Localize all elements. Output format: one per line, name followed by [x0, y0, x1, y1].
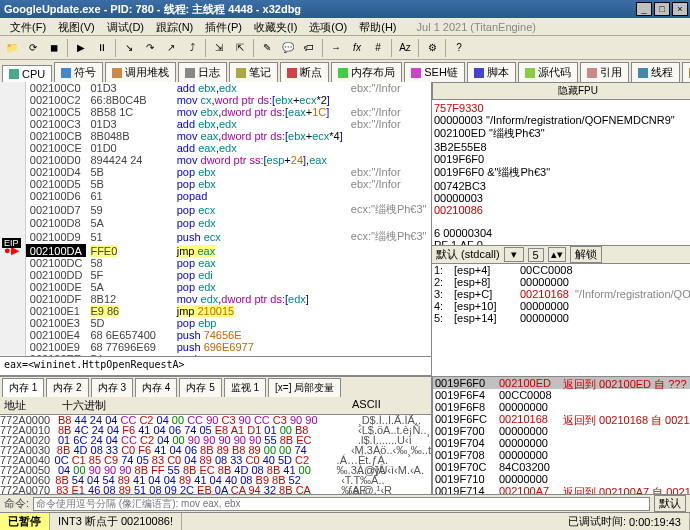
- dump-col-ascii[interactable]: ASCII: [348, 397, 385, 414]
- arg-row[interactable]: 4:[esp+10]00000000: [432, 300, 690, 312]
- disasm-row[interactable]: 002100DE5Apop edx: [0, 281, 431, 293]
- restart-icon[interactable]: ⟳: [23, 38, 43, 58]
- disasm-row[interactable]: 002100E468 6E657400push 74656E: [0, 329, 431, 341]
- disasm-row[interactable]: 002100C266:8B0C4Bmov cx,word ptr ds:[ebx…: [0, 94, 431, 106]
- disasm-row[interactable]: 002100E1E9 86jmp 210015: [0, 305, 431, 317]
- stack-row[interactable]: 0019F6FC00210168返回到 00210168 自 002100D7: [433, 413, 690, 425]
- arg-row[interactable]: 5:[esp+14]00000000: [432, 312, 690, 324]
- stack-row[interactable]: 0019F6F0002100ED返回到 002100ED 自 ???: [433, 377, 690, 389]
- open-icon[interactable]: 📁: [2, 38, 22, 58]
- disasm-row[interactable]: 002100DF8B12mov edx,dword ptr ds:[edx]: [0, 293, 431, 305]
- disasm-row[interactable]: 002100E35Dpop ebp: [0, 317, 431, 329]
- register-view[interactable]: 757F9330 00000003 "/Inform/registration/…: [432, 100, 690, 246]
- stack-row[interactable]: 0019F6F400CC0008: [433, 389, 690, 401]
- disasm-row[interactable]: 002100D661popad: [0, 190, 431, 202]
- call-convention-label[interactable]: 默认 (stdcall): [436, 247, 500, 262]
- menu-item[interactable]: 文件(F): [4, 18, 52, 35]
- menu-item[interactable]: 收藏夹(I): [248, 18, 303, 35]
- tab-src[interactable]: 源代码: [518, 62, 578, 82]
- pause-icon[interactable]: ⏸: [92, 38, 112, 58]
- menu-item[interactable]: 视图(V): [52, 18, 101, 35]
- disasm-row[interactable]: 002100DD5Fpop edi: [0, 269, 431, 281]
- tab-sym[interactable]: 符号: [54, 62, 103, 82]
- stack-row[interactable]: 0019F71000000000: [433, 473, 690, 485]
- dump-row[interactable]: 772A007083 E1 46 08 89 51 08 09 2C EB 0A…: [0, 485, 431, 494]
- tab-th[interactable]: 线程: [631, 62, 680, 82]
- stack-row[interactable]: 0019F70000000000: [433, 425, 690, 437]
- dump-tab[interactable]: 内存 4: [135, 378, 177, 397]
- disasm-row[interactable]: 002100DC58pop eax: [0, 257, 431, 269]
- disasm-row[interactable]: 002100D85Apop edx: [0, 217, 431, 229]
- run-icon[interactable]: ▶: [71, 38, 91, 58]
- graph-icon[interactable]: Az: [395, 38, 415, 58]
- arg-row[interactable]: 3:[esp+C]00210168"/Inform/registration/Q…: [432, 288, 690, 300]
- disasm-row[interactable]: 002100C58B58 1Cmov ebx,dword ptr ds:[eax…: [0, 106, 431, 118]
- stop-icon[interactable]: ◼: [44, 38, 64, 58]
- label-icon[interactable]: 🏷: [299, 38, 319, 58]
- dump-tab[interactable]: 内存 5: [179, 378, 221, 397]
- tab-log[interactable]: 日志: [178, 62, 227, 82]
- find-icon[interactable]: fx: [347, 38, 367, 58]
- tab-cpu[interactable]: CPU: [2, 65, 52, 82]
- unlock-button[interactable]: 解锁: [570, 246, 602, 263]
- stack-row[interactable]: 0019F70400000000: [433, 437, 690, 449]
- menu-item[interactable]: 帮助(H): [353, 18, 402, 35]
- tab-thr[interactable]: 调用堆栈: [105, 62, 176, 82]
- trace-into-icon[interactable]: ⇲: [209, 38, 229, 58]
- dump-tab[interactable]: 监视 1: [224, 378, 266, 397]
- step-into-icon[interactable]: ↘: [119, 38, 139, 58]
- calc-icon[interactable]: #: [368, 38, 388, 58]
- comment-icon[interactable]: 💬: [278, 38, 298, 58]
- trace-over-icon[interactable]: ⇱: [230, 38, 250, 58]
- close-button[interactable]: ×: [672, 2, 688, 16]
- disasm-row[interactable]: 002100CE01D0add eax,edx: [0, 142, 431, 154]
- stack-row[interactable]: 0019F714002100A7返回到 002100A7 自 002100D7: [433, 485, 690, 494]
- step-till-ret-icon[interactable]: ⤴: [182, 38, 202, 58]
- step-out-icon[interactable]: ↗: [161, 38, 181, 58]
- menu-item[interactable]: 选项(O): [303, 18, 353, 35]
- menu-item[interactable]: 跟踪(N): [150, 18, 199, 35]
- dump-tab[interactable]: 内存 1: [2, 378, 44, 397]
- disasm-row[interactable]: 002100D0894424 24mov dword ptr ss:[esp+2…: [0, 154, 431, 166]
- dump-col-hex[interactable]: 十六进制: [58, 397, 348, 414]
- tab-ref[interactable]: 引用: [580, 62, 629, 82]
- dump-tab[interactable]: 内存 3: [91, 378, 133, 397]
- disasm-row[interactable]: 002100D45Bpop ebxebx:"/Infor: [0, 166, 431, 178]
- arg-row[interactable]: 2:[esp+8]00000000: [432, 276, 690, 288]
- tab-bp[interactable]: 断点: [280, 62, 329, 82]
- command-mode-button[interactable]: 默认: [654, 495, 686, 512]
- stack-row[interactable]: 0019F70C84C03200: [433, 461, 690, 473]
- disasm-row[interactable]: 002100C301D3add ebx,edxebx:"/Infor: [0, 118, 431, 130]
- disasm-row[interactable]: 002100EE54push esp: [0, 353, 431, 356]
- maximize-button[interactable]: □: [654, 2, 670, 16]
- stack-row[interactable]: 0019F6F800000000: [433, 401, 690, 413]
- fpu-toggle[interactable]: 隐藏FPU: [432, 82, 690, 100]
- dump-body[interactable]: 772A0000B8 44 24 04 CC C2 04 00 CC 90 C3…: [0, 415, 431, 494]
- tab-seh[interactable]: SEH链: [404, 62, 465, 82]
- tab-note[interactable]: 笔记: [229, 62, 278, 82]
- disasm-row[interactable]: 002100C001D3add ebx,edxebx:"/Infor: [0, 82, 431, 94]
- patch-icon[interactable]: ✎: [257, 38, 277, 58]
- dump-tab[interactable]: 内存 2: [46, 378, 88, 397]
- stack-row[interactable]: 0019F70800000000: [433, 449, 690, 461]
- argcount-value[interactable]: 5: [528, 248, 544, 262]
- disasm-row[interactable]: 002100CB8B048Bmov eax,dword ptr ds:[ebx+…: [0, 130, 431, 142]
- disasm-row[interactable]: 002100E968 77696E69push 696E6977: [0, 341, 431, 353]
- disasm-row[interactable]: 002100D759pop ecxecx:"缁栧Ph€3": [0, 202, 431, 217]
- dump-tab[interactable]: [x=] 局部变量: [268, 378, 341, 397]
- tab-hnd[interactable]: 句柄: [682, 62, 690, 82]
- tab-mem[interactable]: 内存布局: [331, 62, 402, 82]
- argument-list[interactable]: 1:[esp+4]00CC00082:[esp+8]000000003:[esp…: [432, 264, 690, 376]
- disasm-row[interactable]: 002100D951push ecxecx:"缁栧Ph€3": [0, 229, 431, 244]
- dump-col-addr[interactable]: 地址: [0, 397, 58, 414]
- menu-item[interactable]: 插件(P): [199, 18, 248, 35]
- minimize-button[interactable]: _: [636, 2, 652, 16]
- command-input[interactable]: [33, 497, 650, 511]
- about-icon[interactable]: ?: [449, 38, 469, 58]
- disassembly-view[interactable]: EIP 002100C001D3add ebx,edxebx:"/Infor00…: [0, 82, 431, 356]
- arg-row[interactable]: 1:[esp+4]00CC0008: [432, 264, 690, 276]
- tab-scr[interactable]: 脚本: [467, 62, 516, 82]
- stack-view[interactable]: 0019F6F0002100ED返回到 002100ED 自 ???0019F6…: [432, 376, 690, 494]
- step-over-icon[interactable]: ↷: [140, 38, 160, 58]
- goto-icon[interactable]: →: [326, 38, 346, 58]
